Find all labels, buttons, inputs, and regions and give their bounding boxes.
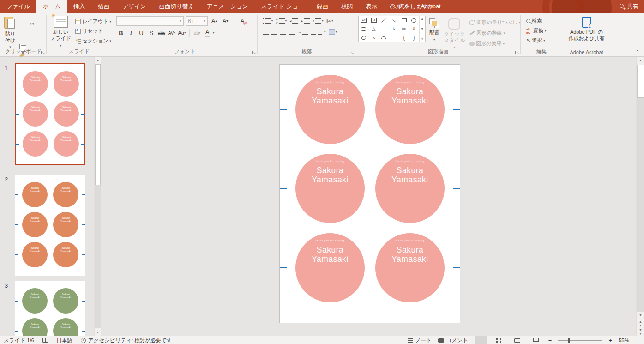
accessibility-status[interactable]: アクセシビリティ: 検討が必要です xyxy=(81,337,172,344)
columns-button[interactable]: ▾ xyxy=(311,30,326,35)
tab-view[interactable]: 表示 xyxy=(359,0,384,13)
find-button[interactable]: 検索 xyxy=(526,16,562,26)
shape-fill-button[interactable]: 図形の塗りつぶし▾ xyxy=(469,18,521,27)
thumbnail-scroll-up-button[interactable]: ▲ xyxy=(95,57,101,64)
align-center-button[interactable] xyxy=(271,30,277,35)
notes-button[interactable]: ノート xyxy=(408,337,432,344)
textbox-shape-icon[interactable]: A≡ xyxy=(361,18,367,23)
thumbnail-slide-3[interactable]: Sakura Yamasaki Sakura YamasakiSakura Ya… xyxy=(15,281,85,336)
increase-font-button[interactable]: A▴ xyxy=(210,17,219,26)
font-dialog-launcher[interactable]: ↘ xyxy=(252,51,256,54)
next-slide-button[interactable]: ▼▼ xyxy=(637,328,644,336)
font-size-select[interactable]: 6+▾ xyxy=(186,16,208,26)
arrow-shape-icon[interactable]: ↘ xyxy=(392,18,396,23)
shapes-gallery[interactable]: A≡ ∥A ↘ △ ↳ ⇨ ⇩ ∿ ⌒ { } xyxy=(358,16,426,42)
zoom-out-button[interactable]: − xyxy=(548,337,552,344)
cut-button[interactable]: ✂ xyxy=(19,17,45,42)
thumbnail-slide-2[interactable]: Sakura Yamasaki Sakura YamasakiSakura Ya… xyxy=(15,175,85,276)
reset-button[interactable]: リセット xyxy=(75,26,111,36)
main-scrollbar-thumb[interactable] xyxy=(637,65,644,98)
view-normal-button[interactable] xyxy=(475,336,487,344)
text-direction-button[interactable]: ∥A▾ xyxy=(326,19,333,23)
create-pdf-button[interactable]: Adobe PDF の作成および共有 xyxy=(562,13,611,42)
clipboard-dialog-launcher[interactable]: ↘ xyxy=(41,51,45,54)
rounded-rectangle-shape-icon[interactable] xyxy=(361,27,366,31)
name-sticker-circle[interactable]: thank you for coming SakuraYamasaki xyxy=(375,75,445,144)
shapes-more-button[interactable]: ⊻ xyxy=(421,37,423,41)
share-button[interactable]: 共有 xyxy=(618,0,638,13)
name-sticker-circle[interactable]: thank you for coming SakuraYamasaki xyxy=(295,154,365,223)
align-left-button[interactable] xyxy=(263,30,269,35)
clear-formatting-button[interactable]: A xyxy=(238,17,247,26)
tab-review[interactable]: 校閲 xyxy=(335,0,359,13)
quick-styles-button[interactable]: クイックスタイル ▾ xyxy=(443,16,466,50)
font-name-select[interactable]: ▾ xyxy=(116,16,184,26)
zoom-in-button[interactable]: + xyxy=(608,337,612,344)
line-shape-icon[interactable] xyxy=(381,18,386,22)
decrease-indent-button[interactable]: ◂ xyxy=(289,18,298,24)
vertical-textbox-shape-icon[interactable]: ∥A xyxy=(371,18,377,23)
layout-button[interactable]: レイアウト▾ xyxy=(75,17,111,26)
thumbnail-scroll-down-button[interactable]: ▼ xyxy=(95,329,101,336)
tab-insert[interactable]: 挿入 xyxy=(67,0,91,13)
main-scrollbar[interactable]: ▲ ▼ ▲▲ ▼▼ xyxy=(636,57,644,336)
shadow-button[interactable]: S xyxy=(147,28,156,37)
italic-button[interactable]: I xyxy=(126,28,136,37)
increase-indent-button[interactable]: ▸ xyxy=(301,18,310,24)
font-color-button[interactable]: A xyxy=(203,28,212,37)
underline-button[interactable]: U xyxy=(137,28,146,37)
curve-shape-icon[interactable]: ⌒ xyxy=(392,35,396,41)
section-button[interactable]: セクション▾ xyxy=(75,36,111,46)
strikethrough-button[interactable]: abc xyxy=(157,28,166,37)
scribble-shape-icon[interactable]: ∿ xyxy=(372,36,376,40)
oval-shape-icon[interactable] xyxy=(411,18,416,23)
tab-draw[interactable]: 描画 xyxy=(91,0,116,13)
justify-button[interactable] xyxy=(289,30,295,35)
bullets-button[interactable]: ••▾ xyxy=(263,17,273,25)
tab-file[interactable]: ファイル xyxy=(0,0,36,13)
tell-me-box[interactable]: 何をしますか xyxy=(390,0,433,13)
elbow-arrow-connector-icon[interactable]: ↳ xyxy=(392,27,396,31)
shapes-scroll-up-button[interactable]: ▲ xyxy=(421,17,424,20)
right-brace-shape-icon[interactable]: } xyxy=(413,35,415,41)
zoom-slider-thumb[interactable] xyxy=(568,338,570,343)
down-arrow-shape-icon[interactable]: ⇩ xyxy=(412,26,416,32)
right-arrow-shape-icon[interactable]: ⇨ xyxy=(402,26,406,32)
select-button[interactable]: ↖選択▾ xyxy=(526,36,562,45)
tab-animations[interactable]: アニメーション xyxy=(200,0,254,13)
decrease-font-button[interactable]: A▾ xyxy=(221,17,230,26)
name-sticker-circle[interactable]: thank you for coming SakuraYamasaki xyxy=(295,75,365,144)
view-reading-button[interactable] xyxy=(512,336,524,344)
shape-outline-button[interactable]: 図形の枠線▾ xyxy=(469,28,521,38)
text-highlight-button[interactable]: ab▾ xyxy=(193,28,202,37)
tab-record[interactable]: 録画 xyxy=(310,0,335,13)
new-slide-button[interactable]: 新しいスライド ▾ xyxy=(50,13,72,48)
spellcheck-button[interactable] xyxy=(42,338,48,343)
arrange-button[interactable]: 配置 ▾ xyxy=(429,16,439,50)
align-text-button[interactable]: ▾ xyxy=(329,29,337,35)
align-right-button[interactable] xyxy=(280,30,286,35)
tab-design[interactable]: デザイン xyxy=(116,0,152,13)
tab-home[interactable]: ホーム xyxy=(36,0,67,13)
thumbnail-scrollbar-thumb[interactable] xyxy=(95,64,101,185)
drawing-dialog-launcher[interactable]: ↘ xyxy=(515,51,519,54)
change-case-button[interactable]: Aa▾ xyxy=(177,28,187,37)
triangle-shape-icon[interactable]: △ xyxy=(372,26,376,31)
freeform-shape-icon[interactable] xyxy=(361,36,366,40)
main-scroll-up-button[interactable]: ▲ xyxy=(637,57,644,64)
numbering-button[interactable]: 12▾ xyxy=(276,17,287,25)
fit-to-window-button[interactable] xyxy=(636,338,641,343)
tab-slideshow[interactable]: スライド ショー xyxy=(254,0,310,13)
shapes-scroll-down-button[interactable]: ▼ xyxy=(421,27,424,30)
font-color-dropdown-arrow[interactable]: ▾ xyxy=(213,31,215,35)
thumbnail-slide-1[interactable]: Sakura Yamasaki Sakura YamasakiSakura Ya… xyxy=(15,63,85,165)
slide-canvas[interactable]: thank you for coming SakuraYamasaki than… xyxy=(279,64,460,323)
view-slide-sorter-button[interactable] xyxy=(493,336,505,344)
elbow-connector-icon[interactable] xyxy=(382,27,386,30)
name-sticker-circle[interactable]: thank you for coming SakuraYamasaki xyxy=(295,233,365,302)
paragraph-dialog-launcher[interactable]: ↘ xyxy=(350,51,354,54)
thumbnail-scrollbar[interactable]: ▲ ▼ xyxy=(94,57,101,336)
shape-effects-button[interactable]: 図形の効果▾ xyxy=(469,39,521,48)
name-sticker-circle[interactable]: thank you for coming SakuraYamasaki xyxy=(375,233,445,302)
collapse-ribbon-button[interactable]: ⌃ xyxy=(636,49,639,54)
